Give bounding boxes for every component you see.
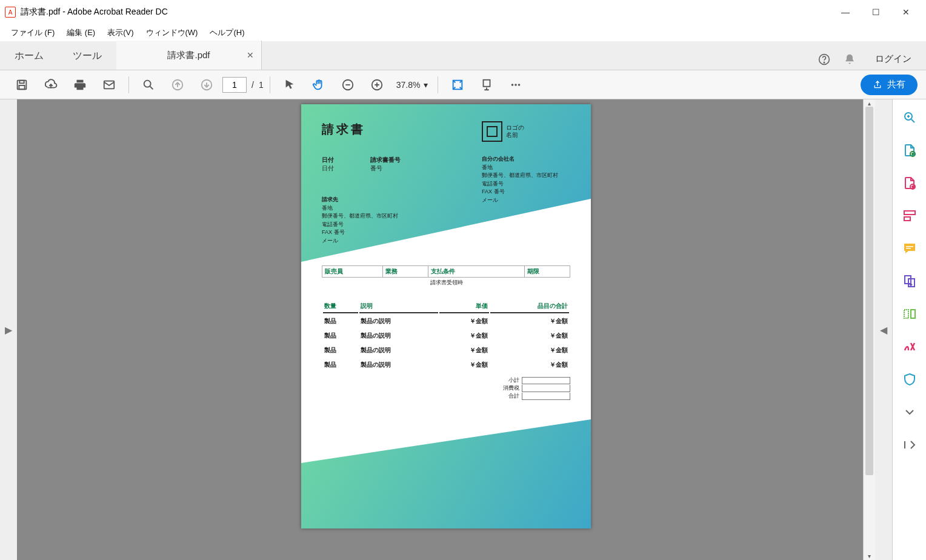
invoice-title: 請求書 bbox=[322, 121, 570, 138]
svg-rect-21 bbox=[906, 246, 913, 247]
print-button[interactable] bbox=[67, 73, 93, 96]
svg-rect-12 bbox=[484, 79, 490, 86]
tab-close-icon[interactable]: ✕ bbox=[247, 50, 254, 60]
bell-icon[interactable] bbox=[844, 53, 856, 65]
vertical-scrollbar[interactable]: ▴ ▾ bbox=[863, 99, 875, 560]
tab-document-label: 請求書.pdf bbox=[167, 50, 210, 61]
chevron-down-icon: ▾ bbox=[424, 80, 428, 90]
menu-edit[interactable]: 編集 (E) bbox=[61, 25, 101, 41]
more-tools-button[interactable] bbox=[502, 73, 529, 96]
date-label: 日付 bbox=[322, 156, 334, 163]
terms-table: 販売員業務支払条件期限 請求書受領時 bbox=[322, 265, 570, 288]
menu-window[interactable]: ウィンドウ(W) bbox=[140, 25, 204, 41]
tab-tools[interactable]: ツール bbox=[58, 42, 116, 70]
protect-icon[interactable] bbox=[902, 372, 917, 387]
zoom-level-select[interactable]: 37.8% ▾ bbox=[393, 80, 432, 90]
menu-help[interactable]: ヘルプ(H) bbox=[204, 25, 250, 41]
svg-rect-26 bbox=[911, 310, 915, 318]
menu-view[interactable]: 表示(V) bbox=[101, 25, 139, 41]
prev-page-button[interactable] bbox=[164, 73, 191, 96]
page-number-input[interactable] bbox=[222, 77, 247, 93]
svg-rect-20 bbox=[904, 217, 910, 221]
save-button[interactable] bbox=[8, 73, 35, 96]
right-tools-rail bbox=[892, 99, 926, 560]
login-button[interactable]: ログイン bbox=[869, 48, 918, 70]
fit-page-button[interactable] bbox=[444, 73, 471, 96]
selection-tool-button[interactable] bbox=[276, 73, 303, 96]
page-indicator: / 1 bbox=[222, 77, 264, 93]
items-table: 数量説明単価品目の合計 製品製品の説明￥金額￥金額製品製品の説明￥金額￥金額製品… bbox=[322, 299, 570, 373]
svg-rect-4 bbox=[19, 85, 24, 88]
zoom-in-button[interactable] bbox=[364, 73, 390, 96]
search-button[interactable] bbox=[135, 73, 162, 96]
invoice-number-value: 番号 bbox=[370, 165, 382, 172]
svg-point-1 bbox=[824, 62, 824, 62]
table-row: 製品製品の説明￥金額￥金額 bbox=[323, 344, 569, 357]
logo-block: ロゴの名前 bbox=[482, 121, 524, 142]
app-icon: A bbox=[5, 7, 16, 18]
window-minimize-button[interactable]: ― bbox=[830, 0, 861, 24]
company-block: 自分の会社名 番地郵便番号、都道府県、市区町村電話番号FAX 番号メール bbox=[482, 155, 558, 204]
organize-pages-icon[interactable] bbox=[902, 307, 917, 321]
search-tool-icon[interactable] bbox=[902, 110, 917, 125]
share-button[interactable]: 共有 bbox=[861, 75, 918, 95]
svg-point-6 bbox=[144, 80, 151, 87]
cloud-upload-button[interactable] bbox=[38, 73, 64, 96]
svg-point-14 bbox=[515, 84, 518, 86]
tab-bar: ホーム ツール 請求書.pdf ✕ ログイン bbox=[0, 41, 926, 70]
pdf-page: 請求書 ロゴの名前 日付日付 請求書番号番号 自分の会社名 番地郵便番号、都道府… bbox=[301, 104, 591, 528]
hand-tool-button[interactable] bbox=[305, 73, 332, 96]
collapse-rail-icon[interactable] bbox=[902, 438, 917, 452]
page-total: 1 bbox=[259, 80, 264, 90]
svg-point-13 bbox=[511, 84, 514, 86]
totals-block: 小計 消費税 合計 bbox=[322, 376, 570, 400]
scrollbar-thumb[interactable] bbox=[865, 107, 873, 475]
table-row: 製品製品の説明￥金額￥金額 bbox=[323, 358, 569, 372]
window-close-button[interactable]: ✕ bbox=[891, 0, 921, 24]
more-tools-chevron-icon[interactable] bbox=[902, 405, 917, 419]
document-viewport[interactable]: 請求書 ロゴの名前 日付日付 請求書番号番号 自分の会社名 番地郵便番号、都道府… bbox=[17, 99, 875, 560]
left-panel-toggle[interactable]: ▶ bbox=[0, 99, 17, 560]
scroll-down-icon[interactable]: ▾ bbox=[864, 553, 875, 559]
svg-rect-22 bbox=[906, 248, 911, 249]
export-pdf-icon[interactable] bbox=[902, 143, 917, 158]
svg-rect-25 bbox=[904, 310, 908, 318]
read-mode-button[interactable] bbox=[473, 73, 500, 96]
svg-rect-19 bbox=[904, 211, 915, 215]
help-icon[interactable] bbox=[818, 53, 830, 65]
footer-gradient bbox=[301, 419, 591, 528]
scroll-up-icon[interactable]: ▴ bbox=[864, 100, 875, 107]
invoice-number-label: 請求書番号 bbox=[370, 156, 401, 163]
toolbar: / 1 37.8% ▾ 共有 bbox=[0, 70, 926, 99]
email-button[interactable] bbox=[96, 73, 122, 96]
tab-home[interactable]: ホーム bbox=[0, 42, 58, 70]
svg-rect-3 bbox=[19, 80, 24, 83]
logo-icon bbox=[482, 121, 502, 142]
window-title: 請求書.pdf - Adobe Acrobat Reader DC bbox=[21, 7, 168, 18]
sign-icon[interactable] bbox=[902, 339, 917, 354]
comment-icon[interactable] bbox=[902, 241, 917, 256]
date-value: 日付 bbox=[322, 165, 334, 172]
next-page-button[interactable] bbox=[193, 73, 220, 96]
table-row: 製品製品の説明￥金額￥金額 bbox=[323, 315, 569, 328]
combine-files-icon[interactable] bbox=[902, 274, 917, 288]
right-panel-toggle[interactable]: ◀ bbox=[875, 99, 892, 560]
create-pdf-icon[interactable] bbox=[902, 176, 917, 190]
zoom-out-button[interactable] bbox=[335, 73, 361, 96]
menu-bar: ファイル (F) 編集 (E) 表示(V) ウィンドウ(W) ヘルプ(H) bbox=[0, 24, 926, 41]
content-area: ▶ 請求書 ロゴの名前 日付日付 請求書番号番号 自分の会社名 番地郵便番号、都… bbox=[0, 99, 926, 560]
window-maximize-button[interactable]: ☐ bbox=[861, 0, 891, 24]
edit-pdf-icon[interactable] bbox=[902, 208, 917, 223]
svg-point-15 bbox=[518, 84, 521, 86]
tab-document[interactable]: 請求書.pdf ✕ bbox=[116, 41, 262, 70]
share-icon bbox=[873, 80, 882, 90]
table-row: 製品製品の説明￥金額￥金額 bbox=[323, 329, 569, 342]
window-titlebar: A 請求書.pdf - Adobe Acrobat Reader DC ― ☐ … bbox=[0, 0, 926, 24]
menu-file[interactable]: ファイル (F) bbox=[5, 25, 61, 41]
